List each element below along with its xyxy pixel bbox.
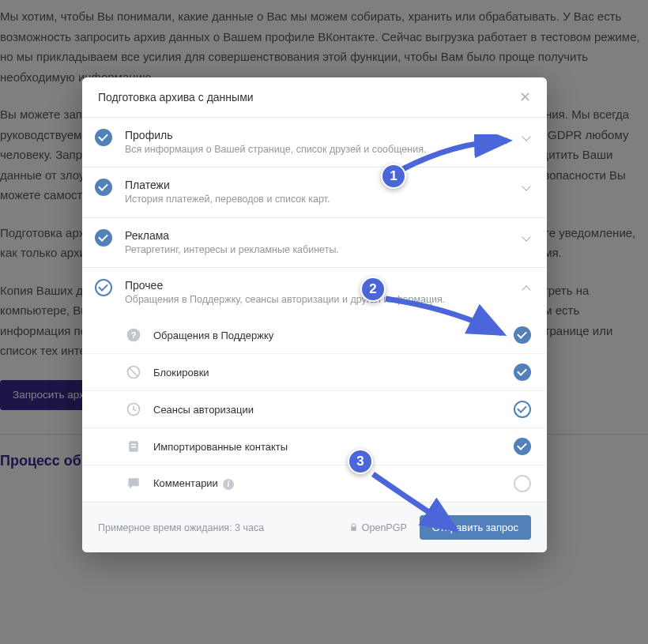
info-icon[interactable]: i bbox=[223, 479, 234, 490]
sub-item-label: Блокировки bbox=[153, 367, 514, 378]
section-ads[interactable]: Реклама Ретаргетинг, интересы и рекламны… bbox=[82, 218, 547, 268]
svg-rect-6 bbox=[131, 444, 137, 446]
ban-icon bbox=[125, 363, 142, 381]
sub-item-label: Сеансы авторизации bbox=[153, 404, 514, 416]
section-title: Профиль bbox=[125, 129, 514, 141]
svg-text:?: ? bbox=[130, 330, 136, 340]
sub-item-label: Импортированные контакты bbox=[153, 441, 514, 453]
annotation-badge-3: 3 bbox=[348, 449, 373, 474]
wait-time-text: Примерное время ожидания: 3 часа bbox=[98, 522, 349, 533]
sub-item-label: Обращения в Поддержку bbox=[153, 330, 514, 341]
annotation-badge-1: 1 bbox=[381, 164, 406, 189]
sub-item-contacts[interactable]: Импортированные контакты bbox=[82, 427, 547, 465]
lock-icon bbox=[349, 522, 358, 533]
openpgp-link[interactable]: OpenPGP bbox=[349, 522, 407, 533]
checkbox-outline-icon[interactable] bbox=[514, 401, 531, 418]
checkmark-icon[interactable] bbox=[95, 179, 112, 196]
section-profile[interactable]: Профиль Вся информация о Вашей странице,… bbox=[82, 118, 547, 168]
sub-item-comments[interactable]: Комментарииi bbox=[82, 465, 547, 502]
checkbox-checked-icon[interactable] bbox=[514, 326, 531, 344]
comment-icon bbox=[125, 475, 142, 492]
section-title: Прочее bbox=[125, 279, 514, 292]
section-title: Платежи bbox=[125, 179, 514, 191]
chevron-up-icon[interactable] bbox=[522, 284, 531, 293]
section-desc: Обращения в Поддержку, сеансы авторизаци… bbox=[125, 293, 514, 306]
sub-item-sessions[interactable]: Сеансы авторизации bbox=[82, 390, 547, 427]
contacts-icon bbox=[125, 438, 142, 455]
section-payments[interactable]: Платежи История платежей, переводов и сп… bbox=[82, 168, 547, 217]
checkbox-empty-icon[interactable] bbox=[514, 475, 531, 492]
sub-item-support[interactable]: ? Обращения в Поддержку bbox=[82, 317, 547, 353]
checkmark-icon[interactable] bbox=[95, 129, 112, 146]
section-title: Реклама bbox=[125, 229, 514, 242]
openpgp-label: OpenPGP bbox=[362, 522, 407, 533]
question-icon: ? bbox=[125, 326, 142, 344]
section-desc: Ретаргетинг, интересы и рекламные кабине… bbox=[125, 243, 514, 256]
modal-footer: Примерное время ожидания: 3 часа OpenPGP… bbox=[82, 503, 547, 552]
section-other[interactable]: Прочее Обращения в Поддержку, сеансы авт… bbox=[82, 268, 547, 317]
svg-rect-7 bbox=[131, 446, 137, 448]
modal-header: Подготовка архива с данными ✕ bbox=[82, 77, 547, 118]
sub-item-label: Комментарииi bbox=[153, 477, 514, 490]
sub-item-blocks[interactable]: Блокировки bbox=[82, 353, 547, 390]
sub-items-list: ? Обращения в Поддержку Блокировки Сеанс… bbox=[82, 317, 547, 503]
chevron-down-icon[interactable] bbox=[522, 183, 531, 193]
section-desc: История платежей, переводов и список кар… bbox=[125, 193, 514, 205]
data-archive-modal: Подготовка архива с данными ✕ Профиль Вс… bbox=[82, 77, 547, 552]
checkmark-icon[interactable] bbox=[95, 229, 112, 247]
submit-request-button[interactable]: Отправить запрос bbox=[420, 515, 531, 540]
modal-title: Подготовка архива с данными bbox=[98, 91, 254, 104]
checkbox-checked-icon[interactable] bbox=[514, 438, 531, 455]
section-desc: Вся информация о Вашей странице, список … bbox=[125, 143, 514, 156]
checkbox-checked-icon[interactable] bbox=[514, 363, 531, 381]
annotation-badge-2: 2 bbox=[360, 277, 386, 302]
checkmark-outline-icon[interactable] bbox=[95, 279, 112, 296]
chevron-down-icon[interactable] bbox=[522, 134, 531, 143]
svg-line-3 bbox=[130, 368, 138, 376]
chevron-down-icon[interactable] bbox=[522, 234, 531, 243]
clock-icon bbox=[125, 401, 142, 418]
sections-list: Профиль Вся информация о Вашей странице,… bbox=[82, 118, 547, 503]
close-icon[interactable]: ✕ bbox=[519, 90, 531, 104]
